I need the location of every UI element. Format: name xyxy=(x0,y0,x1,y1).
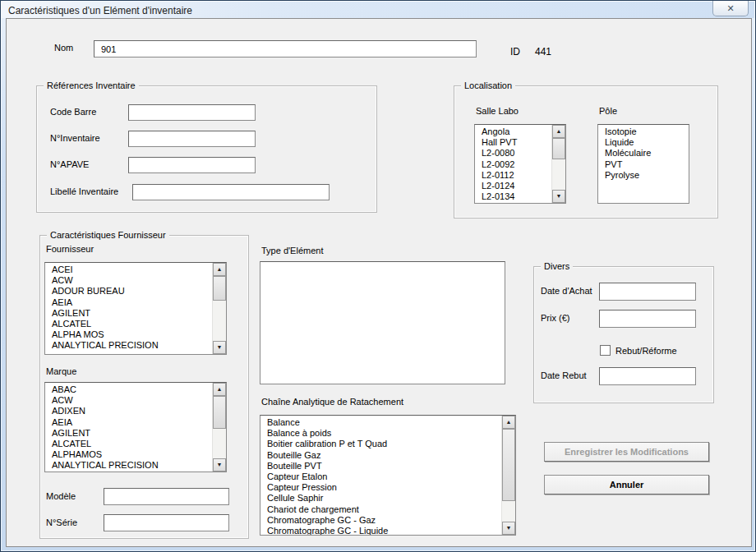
nom-label: Nom xyxy=(54,43,73,53)
code-barre-label: Code Barre xyxy=(50,107,96,117)
modele-label: Modèle xyxy=(46,491,76,501)
list-item[interactable]: Pyrolyse xyxy=(598,170,689,181)
scrollbar[interactable]: ▲ ▼ xyxy=(212,383,226,472)
cancel-button[interactable]: Annuler xyxy=(544,475,709,494)
n-inventaire-input[interactable] xyxy=(128,131,256,147)
chevron-down-icon[interactable]: ▼ xyxy=(213,341,226,354)
scrollbar-thumb[interactable] xyxy=(213,396,226,429)
list-item[interactable]: Bouteille PVT xyxy=(260,461,501,472)
list-item[interactable]: ACW xyxy=(45,395,212,406)
list-item[interactable]: ACEI xyxy=(45,264,212,275)
group-divers-title: Divers xyxy=(541,261,573,271)
close-button[interactable]: ✕ xyxy=(712,1,749,16)
scrollbar[interactable]: ▲ ▼ xyxy=(551,125,565,203)
list-item[interactable]: AEIA xyxy=(45,417,212,428)
chevron-down-icon[interactable]: ▼ xyxy=(552,190,565,203)
rebut-reforme-checkbox[interactable] xyxy=(600,345,611,356)
list-item[interactable]: L2-0134 xyxy=(475,191,551,202)
group-localisation-title: Localisation xyxy=(461,80,515,90)
list-item[interactable]: L2-0112 xyxy=(475,170,551,181)
list-item[interactable]: ALCATEL xyxy=(45,319,212,329)
chevron-down-icon[interactable]: ▼ xyxy=(213,458,226,472)
list-item[interactable]: ALPHA MOS xyxy=(45,329,212,340)
id-label: ID xyxy=(510,46,520,58)
list-item[interactable]: Chromatographe GC - Gaz xyxy=(260,515,501,526)
list-item[interactable]: L2-0124 xyxy=(475,181,551,191)
nom-input[interactable] xyxy=(94,40,477,58)
scrollbar[interactable]: ▲ ▼ xyxy=(212,263,226,354)
list-item[interactable]: Bouteille Gaz xyxy=(260,450,501,461)
date-achat-input[interactable] xyxy=(599,283,696,301)
chevron-down-icon[interactable]: ▼ xyxy=(502,522,515,535)
n-inventaire-label: N°Inventaire xyxy=(50,133,100,143)
salle-labo-listbox: Angola Hall PVT L2-0080 L2-0092 L2-0112 … xyxy=(474,124,566,204)
n-serie-label: N°Série xyxy=(46,518,77,527)
list-item[interactable]: ALCATEL xyxy=(45,439,212,449)
n-apave-input[interactable] xyxy=(128,157,256,173)
libelle-inventaire-label: Libellé Inventaire xyxy=(50,186,118,196)
list-item[interactable]: ADOUR BUREAU xyxy=(45,286,212,297)
type-element-list xyxy=(260,262,505,384)
modele-input[interactable] xyxy=(104,488,229,505)
date-rebut-input[interactable] xyxy=(599,367,696,385)
list-item[interactable]: Isotopie xyxy=(598,126,689,137)
scrollbar[interactable]: ▲ ▼ xyxy=(501,416,515,535)
code-barre-input[interactable] xyxy=(128,104,256,121)
list-item[interactable]: Angola xyxy=(475,126,551,137)
list-item[interactable]: Capteur Pression xyxy=(260,482,501,493)
marque-listbox: ABAC ACW ADIXEN AEIA AGILENT ALCATEL ALP… xyxy=(44,382,227,472)
chaine-analytique-listbox: Balance Balance à poids Boitier calibrat… xyxy=(260,415,516,536)
type-element-listbox[interactable] xyxy=(260,261,505,384)
list-item[interactable]: ABAC xyxy=(45,384,212,395)
marque-list: ABAC ACW ADIXEN AEIA AGILENT ALCATEL ALP… xyxy=(45,383,212,472)
chevron-up-icon[interactable]: ▲ xyxy=(502,416,515,429)
chevron-up-icon[interactable]: ▲ xyxy=(552,125,565,138)
pole-list: Isotopie Liquide Moléculaire PVT Pyrolys… xyxy=(598,125,689,203)
list-item[interactable]: Chromatographe GC - Liquide xyxy=(260,526,501,536)
list-item[interactable]: AGILENT xyxy=(45,308,212,319)
chaine-analytique-list: Balance Balance à poids Boitier calibrat… xyxy=(260,416,501,535)
prix-label: Prix (€) xyxy=(541,313,569,323)
save-modifications-button[interactable]: Enregistrer les Modifications xyxy=(544,442,709,462)
list-item[interactable]: ACW xyxy=(45,275,212,286)
date-rebut-label: Date Rebut xyxy=(541,370,587,380)
list-item[interactable]: Boitier calibration P et T Quad xyxy=(260,439,501,449)
dialog-window: Caractéristiques d'un Elément d'inventai… xyxy=(0,0,756,552)
list-item[interactable]: Liquide xyxy=(598,137,689,148)
group-fournisseur-title: Caractéristiques Fournisseur xyxy=(47,230,169,240)
list-item[interactable]: Cellule Saphir xyxy=(260,493,501,504)
list-item[interactable]: ANALYTICAL PRECISION xyxy=(45,460,212,471)
fournisseur-listbox: ACEI ACW ADOUR BUREAU AEIA AGILENT ALCAT… xyxy=(44,262,227,355)
rebut-reforme-label: Rebut/Réforme xyxy=(615,346,677,356)
prix-input[interactable] xyxy=(599,310,696,328)
list-item[interactable]: L2-0080 xyxy=(475,148,551,159)
pole-label: Pôle xyxy=(599,106,617,116)
scrollbar-thumb[interactable] xyxy=(552,138,565,159)
scrollbar-thumb[interactable] xyxy=(502,429,515,501)
list-item[interactable]: ALPHAMOS xyxy=(45,449,212,460)
list-item[interactable]: Moléculaire xyxy=(598,148,689,159)
chevron-up-icon[interactable]: ▲ xyxy=(213,383,226,396)
list-item[interactable]: ADIXEN xyxy=(45,406,212,416)
list-item[interactable]: AGILENT xyxy=(45,428,212,439)
list-item[interactable]: ANALYTICAL PRECISION xyxy=(45,340,212,351)
salle-labo-list: Angola Hall PVT L2-0080 L2-0092 L2-0112 … xyxy=(475,125,551,203)
date-achat-label: Date d'Achat xyxy=(541,286,592,296)
list-item[interactable]: Chariot de chargement xyxy=(260,504,501,515)
scrollbar-thumb[interactable] xyxy=(213,276,226,301)
window-title: Caractéristiques d'un Elément d'inventai… xyxy=(8,5,192,16)
list-item[interactable]: PVT xyxy=(598,159,689,170)
list-item[interactable]: Balance à poids xyxy=(260,428,501,439)
list-item[interactable]: L2-0092 xyxy=(475,159,551,170)
titlebar[interactable]: Caractéristiques d'un Elément d'inventai… xyxy=(2,2,754,18)
list-item[interactable]: AEIA xyxy=(45,297,212,308)
marque-label: Marque xyxy=(46,366,76,376)
n-apave-label: N°APAVE xyxy=(50,159,89,169)
chevron-up-icon[interactable]: ▲ xyxy=(213,263,226,276)
id-value: 441 xyxy=(535,46,551,58)
libelle-inventaire-input[interactable] xyxy=(132,184,330,200)
list-item[interactable]: Capteur Etalon xyxy=(260,472,501,482)
list-item[interactable]: Hall PVT xyxy=(475,137,551,148)
list-item[interactable]: Balance xyxy=(260,417,501,428)
n-serie-input[interactable] xyxy=(104,514,229,531)
